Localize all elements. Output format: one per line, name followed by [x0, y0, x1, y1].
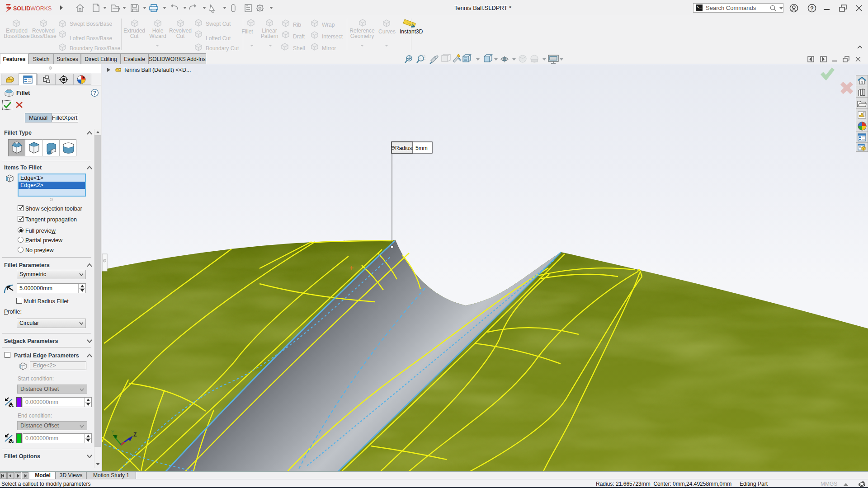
svg-text:Tennis Ball (Default) <<D...: Tennis Ball (Default) <<D...: [123, 67, 191, 73]
svg-text:D2: D2: [9, 440, 14, 443]
svg-text:Y: Y: [111, 429, 115, 435]
svg-text:?: ?: [93, 90, 96, 96]
svg-text:Radius:: Radius:: [395, 145, 414, 151]
svg-text:D1: D1: [9, 404, 14, 407]
svg-text:?: ?: [810, 5, 814, 12]
svg-text:Z: Z: [133, 432, 137, 438]
svg-text:SOLIDWORKS: SOLIDWORKS: [13, 5, 52, 12]
svg-text:5mm: 5mm: [415, 145, 428, 151]
